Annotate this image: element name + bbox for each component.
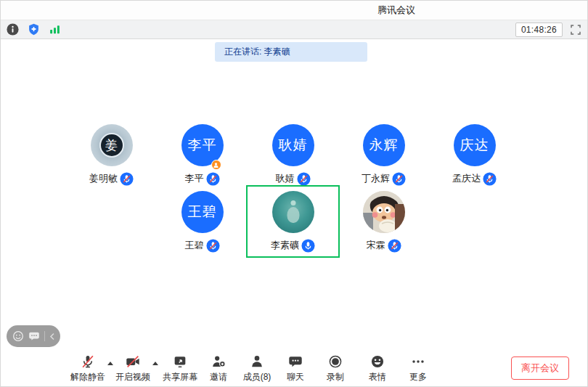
cartoon-avatar-image <box>363 191 405 233</box>
leave-meeting-button[interactable]: 离开会议 <box>511 357 569 380</box>
participant-tile-lisukuang-speaking[interactable]: 李素礦 <box>248 187 338 256</box>
unmute-button[interactable]: 解除静音 <box>70 353 106 383</box>
participant-tile-mengqingda[interactable]: 庆达 孟庆达 <box>429 120 520 190</box>
chat-button[interactable]: 聊天 <box>277 353 314 383</box>
avatar-initials: 耿婧 <box>279 136 308 155</box>
avatar-photo <box>363 191 405 233</box>
participant-name: 李素礦 <box>271 239 299 252</box>
avatar-initials: 李平 <box>188 136 217 155</box>
chevron-left-icon[interactable] <box>49 333 55 341</box>
bottom-toolbar: 解除静音 开启视频 共享屏幕 邀请 <box>1 350 587 386</box>
participant-name: 孟庆达 <box>452 172 481 185</box>
name-row: 李素礦 <box>271 238 315 253</box>
video-options-caret[interactable] <box>151 362 160 375</box>
participant-tile-songlin[interactable]: 宋霖 <box>338 187 429 256</box>
members-icon <box>249 353 265 370</box>
pill-divider <box>44 331 45 341</box>
info-icon[interactable] <box>7 23 19 36</box>
avatar: 姜 <box>91 124 133 166</box>
chat-icon <box>287 353 303 370</box>
status-bar: 01:48:26 <box>1 20 587 39</box>
avatar-character: 姜 <box>99 133 124 158</box>
fullscreen-icon[interactable] <box>570 24 581 36</box>
mic-muted-icon <box>483 172 497 186</box>
mic-on-icon <box>301 239 315 253</box>
name-row: 王碧 <box>185 238 220 253</box>
participant-tile-dingyonghui[interactable]: 永辉 丁永辉 <box>338 120 429 190</box>
name-row: 李平 <box>185 171 220 186</box>
meeting-window: 腾讯会议 01:48:26 正在讲话: 李素礦 姜 <box>0 0 588 387</box>
avatar-initials: 永辉 <box>369 136 399 155</box>
mic-muted-icon <box>388 239 401 253</box>
avatar-photo <box>272 191 314 233</box>
participant-name: 宋霖 <box>367 239 385 252</box>
avatar: 王碧 <box>181 191 224 233</box>
smiley-icon[interactable] <box>12 330 24 342</box>
emoji-icon <box>369 353 385 370</box>
meeting-timer: 01:48:26 <box>515 23 563 37</box>
host-badge-icon <box>211 160 221 170</box>
participant-name: 耿婧 <box>276 172 295 185</box>
avatar: 李平 <box>181 124 224 166</box>
participant-name: 姜明敏 <box>89 172 118 185</box>
participant-row-2: 王碧 王碧 李素礦 <box>157 187 429 256</box>
avatar-photo-detail <box>287 207 299 223</box>
name-row: 宋霖 <box>367 238 401 253</box>
mic-muted-icon <box>206 172 220 186</box>
participant-name: 李平 <box>185 172 204 185</box>
participant-tile-wangbi[interactable]: 王碧 王碧 <box>157 187 248 256</box>
avatar-initials: 庆达 <box>460 136 489 155</box>
name-row: 耿婧 <box>276 171 311 186</box>
toolbar-label: 邀请 <box>210 371 227 383</box>
mic-options-caret[interactable] <box>106 362 115 375</box>
emoji-button[interactable]: 表情 <box>357 353 398 383</box>
share-screen-button[interactable]: 共享屏幕 <box>160 353 200 383</box>
record-icon <box>327 353 343 370</box>
more-icon <box>410 353 426 370</box>
name-row: 姜明敏 <box>89 171 134 186</box>
toolbar-label: 聊天 <box>287 371 304 383</box>
title-bar: 腾讯会议 <box>1 1 587 20</box>
toolbar-label: 录制 <box>327 371 344 383</box>
start-video-button[interactable]: 开启视频 <box>115 353 151 383</box>
signal-icon[interactable] <box>49 23 61 36</box>
speaking-banner: 正在讲话: 李素礦 <box>215 42 367 62</box>
toolbar-label: 解除静音 <box>70 371 105 383</box>
share-screen-icon <box>172 353 188 370</box>
toolbar-label: 开启视频 <box>115 371 150 383</box>
participant-row-1: 姜 姜明敏 李平 李平 <box>66 120 520 190</box>
invite-button[interactable]: 邀请 <box>200 353 237 383</box>
participant-tile-jiangmingmin[interactable]: 姜 姜明敏 <box>66 120 157 190</box>
mic-muted-icon <box>297 172 311 186</box>
participant-tile-liping[interactable]: 李平 李平 <box>157 120 248 190</box>
participant-name: 丁永辉 <box>362 172 390 185</box>
participant-name: 王碧 <box>185 239 204 252</box>
camera-off-icon <box>125 353 141 370</box>
avatar: 庆达 <box>454 124 496 166</box>
mic-muted-icon <box>392 172 406 186</box>
avatar-initials: 王碧 <box>188 203 217 221</box>
members-button[interactable]: 成员(8) <box>237 353 277 383</box>
more-button[interactable]: 更多 <box>398 353 438 383</box>
toolbar-label: 更多 <box>409 371 427 383</box>
mic-muted-icon <box>80 353 96 370</box>
toolbar-label: 共享屏幕 <box>163 371 197 383</box>
name-row: 孟庆达 <box>452 171 497 186</box>
mic-muted-icon <box>120 172 134 186</box>
toolbar-label: 表情 <box>369 371 386 383</box>
speaking-banner-text: 正在讲话: 李素礦 <box>224 46 290 58</box>
mic-muted-icon <box>206 239 220 253</box>
avatar: 耿婧 <box>272 124 314 166</box>
participant-tile-gengjing[interactable]: 耿婧 耿婧 <box>248 120 338 190</box>
window-title: 腾讯会议 <box>377 4 415 17</box>
shield-icon[interactable] <box>28 23 40 36</box>
reaction-pill <box>7 325 60 347</box>
toolbar-items: 解除静音 开启视频 共享屏幕 邀请 <box>70 350 438 386</box>
chat-bubble-icon[interactable] <box>28 330 40 342</box>
avatar-photo-detail <box>290 200 295 205</box>
record-button[interactable]: 录制 <box>314 353 357 383</box>
avatar: 永辉 <box>363 124 405 166</box>
status-icons <box>7 23 61 36</box>
invite-icon <box>211 353 226 370</box>
name-row: 丁永辉 <box>362 171 406 186</box>
